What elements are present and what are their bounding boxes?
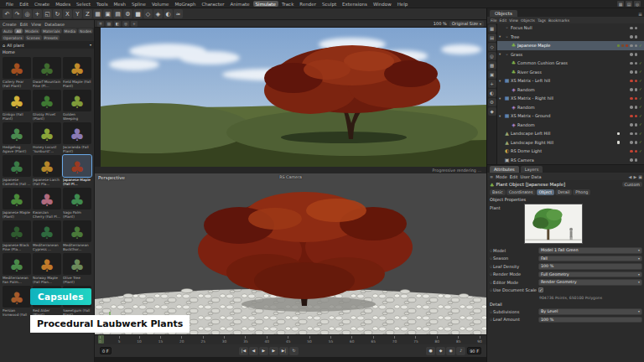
attribute-tab-button[interactable]: Phong [573,189,590,195]
asset-item[interactable]: ♣ Japanese Camellia (Fall ... [3,155,31,186]
hamburger-menu-icon[interactable]: ≡ [638,11,642,17]
object-row[interactable]: ▣ RS Camera [497,156,644,165]
asset-item[interactable]: ♣ Mediterranean Buckthor... [63,220,91,251]
material-chip[interactable] [617,141,621,144]
editor-visibility-dot[interactable] [630,44,633,48]
editor-visibility-dot[interactable] [630,27,633,30]
expander-icon[interactable]: ▾ [499,79,503,83]
menu-item[interactable]: Render [297,1,319,7]
chevron-down-icon[interactable]: ▾ [90,43,91,47]
asset-filter-button[interactable]: Operators [2,35,24,40]
toolbar-icon[interactable]: ◐ [164,9,173,18]
mode-row-icon[interactable]: ▶ [633,174,636,179]
object-row[interactable]: ▾ ◦ Tree [497,33,644,42]
asset-item[interactable]: ♣ Japanese Maple (Plant) [3,188,31,219]
object-row[interactable]: ▾ ▦ XS Matrix - Right hill [497,94,644,103]
enabled-check-icon[interactable] [639,87,643,91]
attributes-tab[interactable]: Attributes [490,166,519,173]
side-toolbar-icon[interactable]: ◆ [488,107,496,116]
field-value[interactable]: By Level ▾ [538,308,642,315]
mode-row-icon[interactable]: ◀ [629,174,632,179]
object-label[interactable]: Grass [511,52,615,57]
render-visibility-dot[interactable] [635,35,638,39]
toolbar-icon[interactable]: ▣ [103,9,112,18]
object-row[interactable]: ◦ Focus Null [497,23,644,33]
side-toolbar-icon[interactable]: ▤ [488,34,496,42]
render-visibility-dot[interactable] [635,53,638,56]
side-toolbar-icon[interactable]: ▩ [488,61,496,70]
side-toolbar-icon[interactable]: ▦ [488,24,496,33]
render-visibility-dot[interactable] [635,115,638,118]
object-label[interactable]: RS Dome Light [511,148,615,153]
editor-visibility-dot[interactable] [630,123,633,127]
object-label[interactable]: Random [517,122,615,127]
render-visibility-dot[interactable] [635,150,638,153]
toolbar-icon[interactable]: ▤ [113,9,122,18]
asset-item[interactable]: ♣ Dwarf Mountain Pine (Pl... [33,57,61,88]
expander-icon[interactable]: ▾ [499,114,503,118]
toolbar-icon[interactable]: ↶ [3,9,12,18]
toolbar-icon[interactable]: X [63,9,72,18]
mode-menu-item[interactable]: User Data [521,174,542,179]
field-value[interactable]: 100 % ▾ [538,263,642,270]
transport-button[interactable]: ▶ [269,347,278,355]
editor-visibility-dot[interactable] [630,97,633,101]
toolbar-icon[interactable]: ◇ [143,9,153,18]
transport-button[interactable]: ◀ [249,347,258,355]
asset-item[interactable]: ♣ Mediterranean Cypress ... [33,220,61,251]
transport-button[interactable]: |◀ [239,347,248,355]
field-value[interactable]: Fall ▾ [538,256,642,262]
asset-item[interactable]: ♣ Ginkgo (Fall Plant) [3,90,31,121]
menu-item[interactable]: Create [32,1,52,7]
editor-visibility-dot[interactable] [630,115,633,118]
toolbar-icon[interactable]: ◱ [43,9,52,18]
asset-item[interactable]: ♣ Norway Maple (Fall Plan... [33,253,61,284]
keying-button[interactable]: ◆ [436,347,445,355]
start-frame-field[interactable]: 0 F [100,347,112,354]
editor-visibility-dot[interactable] [630,141,633,144]
mode-menu-item[interactable]: Mode [496,174,507,179]
toolbar-icon[interactable]: Y [73,9,82,18]
enabled-check-icon[interactable] [639,105,643,109]
toolbar-icon[interactable]: ≈ [174,9,183,18]
keying-button[interactable]: ♪ [456,347,465,355]
object-label[interactable]: Random [517,87,615,92]
section-header[interactable]: Object Properties [487,196,644,203]
menu-item[interactable]: Help [395,1,411,7]
material-chip[interactable] [626,44,629,48]
transport-button[interactable]: ▶| [279,347,288,355]
home-icon[interactable]: ⌂ [3,43,5,48]
enabled-check-icon[interactable] [639,114,643,118]
size-mode-dropdown[interactable]: Original Size ▾ [449,21,484,27]
editor-visibility-dot[interactable] [630,80,633,83]
timeline-playhead[interactable] [98,335,104,344]
enabled-check-icon[interactable] [639,122,643,127]
object-label[interactable]: Random [517,105,615,110]
menu-item[interactable]: Simulate [253,1,278,7]
keying-button[interactable]: ● [426,347,435,355]
editor-visibility-dot[interactable] [630,106,633,109]
side-toolbar-icon[interactable]: ▣ [488,70,496,79]
render-view-icon[interactable]: ≡ [97,21,104,27]
render-visibility-dot[interactable] [635,44,638,48]
material-chip[interactable] [617,132,621,136]
objects-menu-item[interactable]: File [491,18,497,23]
editor-visibility-dot[interactable] [630,53,633,56]
transport-button[interactable]: ↻ [289,347,299,355]
enabled-check-icon[interactable] [639,79,643,83]
enabled-check-icon[interactable] [639,132,643,136]
menu-item[interactable]: Track [279,1,296,7]
side-toolbar-icon[interactable]: ◎ [488,52,496,60]
menu-item[interactable]: MoGraph [172,1,198,7]
asset-item[interactable]: ♣ Glossy Privet (Plant) [33,90,61,121]
asset-browser-menu-item[interactable]: Database [44,22,65,27]
toolbar-icon[interactable]: ▦ [93,9,102,18]
object-row[interactable]: ◈ Random [497,85,644,95]
side-toolbar-icon[interactable]: + [488,80,496,88]
object-row[interactable]: ▾ ▦ XS Matrix - Left hill [497,76,644,85]
asset-item[interactable]: ♣ Japanese Black Pine (Pla... [3,220,31,251]
asset-browser-menu-item[interactable]: Edit [20,22,29,27]
toolbar-icon[interactable]: ↻ [53,9,62,18]
attribute-tab-button[interactable]: Detail [555,189,572,195]
asset-item[interactable]: ♣ Honey Locust 'Sunburst'... [33,122,61,153]
